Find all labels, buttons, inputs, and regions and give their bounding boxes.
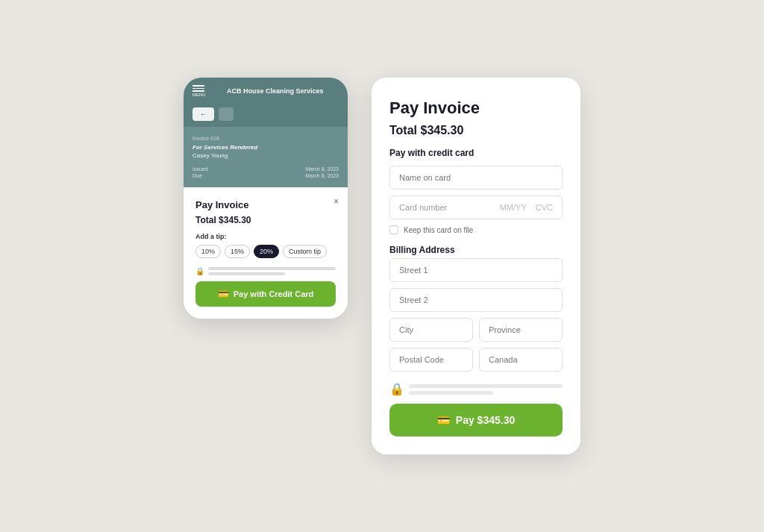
pay-credit-card-button[interactable]: 💳 Pay with Credit Card <box>195 281 336 307</box>
tip-10-button[interactable]: 10% <box>195 245 221 258</box>
lock-line-2 <box>208 272 285 275</box>
expiry-label: MM/YY <box>500 203 527 212</box>
street1-input[interactable] <box>389 258 563 282</box>
keep-card-label: Keep this card on file <box>404 226 473 234</box>
invoice-service: For Services Rendered <box>192 144 339 151</box>
cvc-label: CVC <box>536 203 553 212</box>
hamburger-icon <box>192 85 204 92</box>
due-row: Due March 8, 2023 <box>192 173 339 178</box>
right-card-icon: 💳 <box>437 414 450 426</box>
lock-lines <box>208 267 336 275</box>
invoice-area: Invoice #18 For Services Rendered Casey … <box>184 127 348 187</box>
card-number-row: Card number MM/YY CVC <box>389 195 563 219</box>
due-date: March 8, 2023 <box>305 173 339 178</box>
lock-icon: 🔒 <box>195 267 204 275</box>
pay-invoice-modal: × Pay Invoice Total $345.30 Add a tip: 1… <box>184 187 348 319</box>
right-card: Pay Invoice Total $345.30 Pay with credi… <box>372 78 580 454</box>
postal-code-input[interactable] <box>389 348 473 372</box>
nav-button-2[interactable] <box>219 107 234 121</box>
card-number-input[interactable]: Card number <box>399 203 494 212</box>
invoice-dates: Issued March 8, 2023 Due March 8, 2023 <box>192 166 339 178</box>
name-on-card-input[interactable] <box>389 166 563 190</box>
due-label: Due <box>192 173 202 178</box>
street2-input[interactable] <box>389 288 563 312</box>
invoice-label: Invoice #18 <box>192 136 339 141</box>
right-title: Pay Invoice <box>389 98 563 118</box>
right-pay-button[interactable]: 💳 Pay $345.30 <box>389 404 563 436</box>
modal-total: Total $345.30 <box>195 215 336 225</box>
right-lock-icon: 🔒 <box>389 382 404 396</box>
phone-nav: ← <box>184 103 348 127</box>
expiry-cvc-label: MM/YY CVC <box>500 203 553 212</box>
menu-button[interactable]: MENU <box>192 85 206 97</box>
keep-card-checkbox[interactable] <box>389 225 398 234</box>
back-button[interactable]: ← <box>192 107 214 121</box>
keep-card-row: Keep this card on file <box>389 225 563 234</box>
credit-card-icon: 💳 <box>218 289 229 299</box>
city-input[interactable] <box>389 318 473 342</box>
right-security-row: 🔒 <box>389 382 563 396</box>
tip-label: Add a tip: <box>195 233 336 240</box>
tip-20-button[interactable]: 20% <box>254 245 279 258</box>
pay-with-label: Pay with credit card <box>389 148 563 158</box>
right-total: Total $345.30 <box>389 124 563 137</box>
tip-15-button[interactable]: 15% <box>225 245 250 258</box>
billing-label: Billing Address <box>389 245 563 255</box>
invoice-name: Casey Young <box>192 152 339 159</box>
right-lock-line-1 <box>409 384 563 388</box>
page-wrapper: MENU ACB House Cleaning Services ← Invoi… <box>154 48 610 484</box>
tip-custom-button[interactable]: Custom tip <box>283 245 327 258</box>
phone-card: MENU ACB House Cleaning Services ← Invoi… <box>184 78 348 319</box>
issued-row: Issued March 8, 2023 <box>192 166 339 172</box>
right-lock-line-2 <box>409 391 493 395</box>
province-input[interactable] <box>479 318 563 342</box>
country-input[interactable] <box>479 348 563 372</box>
right-lock-lines <box>409 384 563 395</box>
phone-header: MENU ACB House Cleaning Services <box>184 78 348 103</box>
right-pay-btn-label: Pay $345.30 <box>456 414 515 426</box>
tip-buttons: 10% 15% 20% Custom tip <box>195 245 336 258</box>
modal-title: Pay Invoice <box>195 199 336 210</box>
menu-label: MENU <box>192 93 206 97</box>
postal-country-row <box>389 348 563 378</box>
modal-close-button[interactable]: × <box>334 196 339 207</box>
issued-date: March 8, 2023 <box>305 166 339 172</box>
security-row: 🔒 <box>195 267 336 275</box>
pay-btn-label: Pay with Credit Card <box>234 290 314 298</box>
lock-line-1 <box>208 267 336 270</box>
issued-label: Issued <box>192 166 208 172</box>
city-province-row <box>389 318 563 348</box>
app-title: ACB House Cleaning Services <box>212 87 339 95</box>
